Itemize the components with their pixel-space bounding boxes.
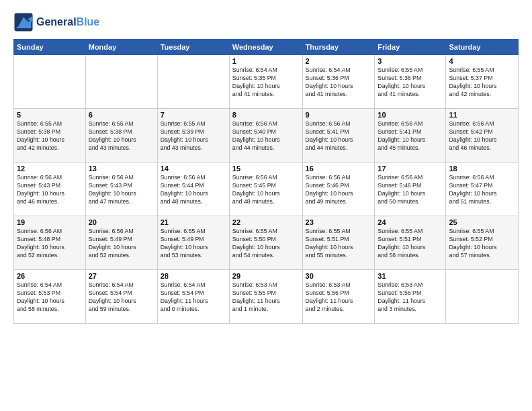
day-number: 26 xyxy=(17,272,83,280)
weekday-header: Wednesday xyxy=(229,40,302,55)
page: GeneralBlue SundayMondayTuesdayWednesday… xyxy=(0,0,532,411)
calendar-week-row: 5Sunrise: 6:55 AM Sunset: 5:38 PM Daylig… xyxy=(14,109,519,163)
calendar-week-row: 19Sunrise: 6:56 AM Sunset: 5:48 PM Dayli… xyxy=(14,216,519,270)
day-number: 14 xyxy=(161,165,226,173)
day-info: Sunrise: 6:55 AM Sunset: 5:38 PM Dayligh… xyxy=(17,120,83,152)
day-number: 1 xyxy=(232,57,300,65)
day-info: Sunrise: 6:56 AM Sunset: 5:43 PM Dayligh… xyxy=(17,174,83,206)
day-number: 12 xyxy=(17,165,83,173)
weekday-header: Friday xyxy=(375,40,446,55)
calendar-cell: 29Sunrise: 6:53 AM Sunset: 5:55 PM Dayli… xyxy=(229,270,302,324)
logo-text: GeneralBlue xyxy=(36,16,99,28)
calendar-cell: 4Sunrise: 6:55 AM Sunset: 5:37 PM Daylig… xyxy=(446,55,519,109)
day-info: Sunrise: 6:56 AM Sunset: 5:48 PM Dayligh… xyxy=(17,228,83,260)
day-info: Sunrise: 6:54 AM Sunset: 5:54 PM Dayligh… xyxy=(161,281,226,314)
calendar-cell: 26Sunrise: 6:54 AM Sunset: 5:53 PM Dayli… xyxy=(14,270,86,324)
day-info: Sunrise: 6:55 AM Sunset: 5:51 PM Dayligh… xyxy=(306,228,372,260)
day-info: Sunrise: 6:55 AM Sunset: 5:49 PM Dayligh… xyxy=(161,228,226,260)
weekday-header: Monday xyxy=(85,40,157,55)
day-info: Sunrise: 6:55 AM Sunset: 5:51 PM Dayligh… xyxy=(378,228,443,260)
calendar-cell: 10Sunrise: 6:56 AM Sunset: 5:41 PM Dayli… xyxy=(375,109,446,163)
day-number: 2 xyxy=(306,57,372,65)
day-info: Sunrise: 6:56 AM Sunset: 5:40 PM Dayligh… xyxy=(232,120,300,152)
day-number: 15 xyxy=(232,165,300,173)
day-number: 20 xyxy=(89,218,154,226)
day-info: Sunrise: 6:54 AM Sunset: 5:36 PM Dayligh… xyxy=(306,66,372,99)
calendar-cell: 27Sunrise: 6:54 AM Sunset: 5:54 PM Dayli… xyxy=(85,270,157,324)
calendar-cell: 12Sunrise: 6:56 AM Sunset: 5:43 PM Dayli… xyxy=(14,163,86,216)
day-number: 5 xyxy=(17,111,83,119)
day-info: Sunrise: 6:55 AM Sunset: 5:36 PM Dayligh… xyxy=(378,66,443,99)
day-number: 7 xyxy=(161,111,226,119)
day-info: Sunrise: 6:56 AM Sunset: 5:41 PM Dayligh… xyxy=(378,120,443,152)
calendar-cell xyxy=(14,55,86,109)
weekday-header: Saturday xyxy=(446,40,519,55)
day-info: Sunrise: 6:56 AM Sunset: 5:43 PM Dayligh… xyxy=(89,174,154,206)
calendar-cell: 14Sunrise: 6:56 AM Sunset: 5:44 PM Dayli… xyxy=(157,163,229,216)
calendar-header-row: SundayMondayTuesdayWednesdayThursdayFrid… xyxy=(14,40,519,55)
weekday-header: Thursday xyxy=(302,40,375,55)
day-info: Sunrise: 6:56 AM Sunset: 5:44 PM Dayligh… xyxy=(161,174,226,206)
day-number: 28 xyxy=(161,272,226,280)
day-number: 30 xyxy=(306,272,372,280)
calendar-cell: 7Sunrise: 6:55 AM Sunset: 5:39 PM Daylig… xyxy=(157,109,229,163)
day-info: Sunrise: 6:54 AM Sunset: 5:54 PM Dayligh… xyxy=(89,281,154,314)
calendar-cell: 25Sunrise: 6:55 AM Sunset: 5:52 PM Dayli… xyxy=(446,216,519,270)
day-info: Sunrise: 6:56 AM Sunset: 5:45 PM Dayligh… xyxy=(232,174,300,206)
day-info: Sunrise: 6:55 AM Sunset: 5:52 PM Dayligh… xyxy=(449,228,515,260)
calendar-cell xyxy=(85,55,157,109)
day-number: 18 xyxy=(449,165,515,173)
day-number: 13 xyxy=(89,165,154,173)
calendar-cell: 13Sunrise: 6:56 AM Sunset: 5:43 PM Dayli… xyxy=(85,163,157,216)
day-info: Sunrise: 6:54 AM Sunset: 5:35 PM Dayligh… xyxy=(232,66,300,99)
logo: GeneralBlue xyxy=(13,12,99,32)
calendar-cell: 17Sunrise: 6:56 AM Sunset: 5:46 PM Dayli… xyxy=(375,163,446,216)
calendar-cell: 21Sunrise: 6:55 AM Sunset: 5:49 PM Dayli… xyxy=(157,216,229,270)
day-info: Sunrise: 6:53 AM Sunset: 5:56 PM Dayligh… xyxy=(378,281,443,314)
day-number: 21 xyxy=(161,218,226,226)
day-info: Sunrise: 6:55 AM Sunset: 5:37 PM Dayligh… xyxy=(449,66,515,99)
day-info: Sunrise: 6:54 AM Sunset: 5:53 PM Dayligh… xyxy=(17,281,83,314)
day-number: 10 xyxy=(378,111,443,119)
day-info: Sunrise: 6:56 AM Sunset: 5:46 PM Dayligh… xyxy=(306,174,372,206)
calendar-cell: 22Sunrise: 6:55 AM Sunset: 5:50 PM Dayli… xyxy=(229,216,302,270)
day-info: Sunrise: 6:56 AM Sunset: 5:41 PM Dayligh… xyxy=(306,120,372,152)
day-number: 8 xyxy=(232,111,300,119)
day-number: 9 xyxy=(306,111,372,119)
calendar-cell: 20Sunrise: 6:56 AM Sunset: 5:49 PM Dayli… xyxy=(85,216,157,270)
day-number: 4 xyxy=(449,57,515,65)
day-number: 19 xyxy=(17,218,83,226)
day-number: 16 xyxy=(306,165,372,173)
day-number: 6 xyxy=(89,111,154,119)
weekday-header: Tuesday xyxy=(157,40,229,55)
day-info: Sunrise: 6:55 AM Sunset: 5:39 PM Dayligh… xyxy=(161,120,226,152)
day-number: 24 xyxy=(378,218,443,226)
calendar-cell: 28Sunrise: 6:54 AM Sunset: 5:54 PM Dayli… xyxy=(157,270,229,324)
calendar-table: SundayMondayTuesdayWednesdayThursdayFrid… xyxy=(13,39,519,324)
calendar-cell: 9Sunrise: 6:56 AM Sunset: 5:41 PM Daylig… xyxy=(302,109,375,163)
logo-icon xyxy=(13,12,34,32)
calendar-week-row: 1Sunrise: 6:54 AM Sunset: 5:35 PM Daylig… xyxy=(14,55,519,109)
day-number: 3 xyxy=(378,57,443,65)
day-info: Sunrise: 6:56 AM Sunset: 5:46 PM Dayligh… xyxy=(378,174,443,206)
calendar-cell: 11Sunrise: 6:56 AM Sunset: 5:42 PM Dayli… xyxy=(446,109,519,163)
calendar-cell: 6Sunrise: 6:55 AM Sunset: 5:38 PM Daylig… xyxy=(85,109,157,163)
day-info: Sunrise: 6:56 AM Sunset: 5:42 PM Dayligh… xyxy=(449,120,515,152)
calendar-week-row: 12Sunrise: 6:56 AM Sunset: 5:43 PM Dayli… xyxy=(14,163,519,216)
day-number: 11 xyxy=(449,111,515,119)
day-number: 25 xyxy=(449,218,515,226)
header: GeneralBlue xyxy=(13,12,519,32)
day-number: 23 xyxy=(306,218,372,226)
day-info: Sunrise: 6:55 AM Sunset: 5:38 PM Dayligh… xyxy=(89,120,154,152)
day-number: 27 xyxy=(89,272,154,280)
day-info: Sunrise: 6:53 AM Sunset: 5:55 PM Dayligh… xyxy=(232,281,300,314)
calendar-cell: 16Sunrise: 6:56 AM Sunset: 5:46 PM Dayli… xyxy=(302,163,375,216)
day-info: Sunrise: 6:55 AM Sunset: 5:50 PM Dayligh… xyxy=(232,228,300,260)
day-info: Sunrise: 6:56 AM Sunset: 5:49 PM Dayligh… xyxy=(89,228,154,260)
day-info: Sunrise: 6:56 AM Sunset: 5:47 PM Dayligh… xyxy=(449,174,515,206)
calendar-cell xyxy=(446,270,519,324)
calendar-cell: 15Sunrise: 6:56 AM Sunset: 5:45 PM Dayli… xyxy=(229,163,302,216)
day-number: 31 xyxy=(378,272,443,280)
calendar-cell: 3Sunrise: 6:55 AM Sunset: 5:36 PM Daylig… xyxy=(375,55,446,109)
calendar-cell: 31Sunrise: 6:53 AM Sunset: 5:56 PM Dayli… xyxy=(375,270,446,324)
